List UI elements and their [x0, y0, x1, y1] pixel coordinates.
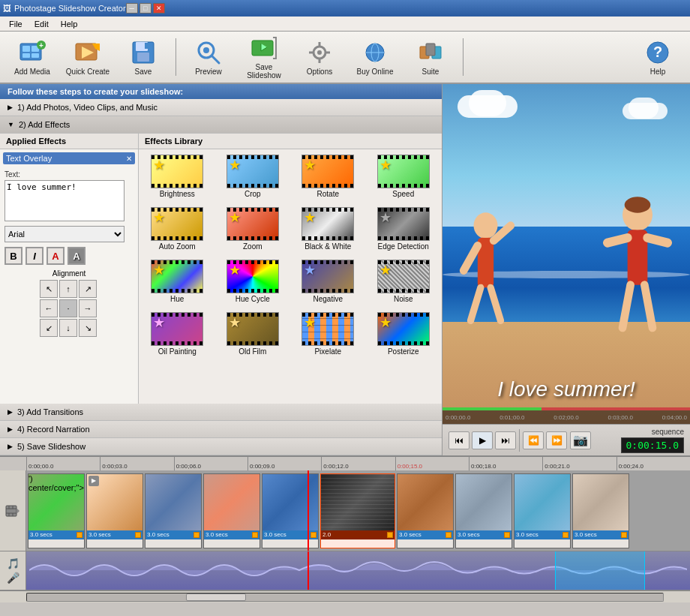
- effect-oilpainting[interactable]: ★ Oil Painting: [142, 310, 213, 358]
- quick-create-button[interactable]: Quick Create: [62, 35, 114, 79]
- scrollbar-thumb[interactable]: [186, 593, 246, 601]
- effect-oilpainting-thumb: ★: [151, 312, 203, 346]
- effect-brightness[interactable]: ★ Brightness: [142, 152, 213, 200]
- effect-edgedetection[interactable]: ★ Edge Detection: [368, 205, 440, 253]
- font-selector[interactable]: Arial: [4, 226, 124, 242]
- table-row[interactable]: 3.0 secs: [455, 473, 512, 548]
- text-overlay-item[interactable]: Text Overlay ✕: [3, 152, 135, 164]
- effect-pixelate[interactable]: ★ Pixelate: [292, 310, 364, 358]
- preview-overlay-text: I love summer!: [442, 377, 690, 401]
- maximize-button[interactable]: □: [140, 3, 152, 14]
- table-row[interactable]: ') center/cover;"> 3.0 secs: [28, 473, 85, 548]
- table-row[interactable]: 3.0 secs: [397, 473, 454, 548]
- table-row[interactable]: 3.0 secs: [262, 473, 319, 548]
- step2-expander[interactable]: ▼ 2) Add Effects: [0, 116, 442, 134]
- play-button[interactable]: ▶: [472, 431, 493, 449]
- effect-autozoom-name: Auto Zoom: [159, 242, 196, 251]
- table-row[interactable]: 3.0 secs: [203, 473, 260, 548]
- effect-posterize[interactable]: ★ Posterize: [368, 310, 440, 358]
- svg-point-44: [625, 197, 651, 212]
- table-row[interactable]: ▶ 3.0 secs: [86, 473, 143, 548]
- effect-blackwhite[interactable]: ★ Black & White: [292, 205, 364, 253]
- save-button[interactable]: Save: [117, 35, 170, 79]
- skip-to-start-button[interactable]: ⏮: [448, 431, 470, 449]
- table-row[interactable]: 3.0 secs: [572, 473, 629, 548]
- frame-back-button[interactable]: ⏪: [523, 431, 544, 449]
- table-row[interactable]: 2.0: [320, 473, 395, 548]
- help-button[interactable]: ? Help: [632, 35, 684, 79]
- title-text: Photostage Slideshow Creator: [14, 4, 126, 13]
- bold-button[interactable]: B: [4, 247, 22, 265]
- table-row[interactable]: 3.0 secs: [145, 473, 202, 548]
- scrollbar-track[interactable]: [26, 593, 664, 602]
- step5-expander[interactable]: ▶ 5) Save Slideshow: [0, 438, 442, 455]
- align-middle-center[interactable]: ·: [59, 299, 77, 317]
- svg-line-42: [644, 285, 652, 328]
- step1-expander[interactable]: ▶ 1) Add Photos, Video Clips, and Music: [0, 99, 442, 116]
- frame-forward-button[interactable]: ⏩: [546, 431, 567, 449]
- step4-label: 4) Record Narration: [17, 425, 90, 434]
- save-slideshow-icon: [250, 35, 278, 62]
- save-slideshow-button[interactable]: Save Slideshow: [238, 35, 290, 79]
- add-media-button[interactable]: + Add Media: [6, 35, 58, 79]
- effect-hue-name: Hue: [170, 295, 184, 303]
- effect-posterize-name: Posterize: [388, 347, 419, 356]
- svg-rect-4: [32, 53, 39, 58]
- timeline-ruler: 0:00;00.0 0:00;03.0 0:00;06.0 0:00;09.0 …: [0, 457, 690, 470]
- align-bottom-right[interactable]: ↘: [79, 319, 97, 337]
- suite-button[interactable]: Suite: [404, 35, 457, 79]
- svg-rect-10: [137, 53, 149, 62]
- preview-icon: [195, 39, 222, 66]
- svg-line-32: [464, 246, 478, 271]
- svg-text:?: ?: [653, 44, 662, 60]
- quick-create-icon: [74, 39, 101, 66]
- effect-huecycle[interactable]: ★ Hue Cycle: [218, 257, 289, 305]
- buy-online-label: Buy Online: [357, 68, 394, 76]
- clip-bottom-bar: 3.0 secs: [87, 530, 142, 539]
- align-bottom-left[interactable]: ↙: [40, 319, 58, 337]
- italic-button[interactable]: I: [26, 247, 44, 265]
- text-color-button[interactable]: A: [46, 247, 64, 265]
- text-shadow-button[interactable]: A: [68, 247, 86, 265]
- effect-hue[interactable]: ★ Hue: [142, 257, 213, 305]
- camera-button[interactable]: 📷: [570, 431, 591, 449]
- video-track-content[interactable]: ') center/cover;"> 3.0 secs ▶ 3.0 secs: [26, 470, 690, 551]
- effect-zoom[interactable]: ★ Zoom: [218, 205, 289, 253]
- align-top-right[interactable]: ↗: [79, 280, 97, 298]
- text-overlay-close[interactable]: ✕: [126, 155, 132, 163]
- table-row[interactable]: 3.0 secs: [514, 473, 571, 548]
- buy-online-button[interactable]: Buy Online: [349, 35, 401, 79]
- effect-oldfilm-name: Old Film: [238, 347, 266, 356]
- ruler-tick-0: 0:00;00.0: [26, 457, 100, 470]
- effect-noise[interactable]: ★ Noise: [368, 257, 440, 305]
- effect-negative[interactable]: ★ Negative: [292, 257, 364, 305]
- step4-expander[interactable]: ▶ 4) Record Narration: [0, 421, 442, 438]
- effect-crop[interactable]: ★ Crop: [218, 152, 289, 200]
- menu-edit[interactable]: Edit: [28, 18, 55, 30]
- effects-grid-container: ★ Brightness ★ Crop: [139, 149, 442, 404]
- effect-huecycle-name: Hue Cycle: [236, 295, 270, 303]
- effect-autozoom[interactable]: ★ Auto Zoom: [142, 205, 213, 253]
- options-button[interactable]: Options: [293, 35, 346, 79]
- menu-help[interactable]: Help: [55, 18, 84, 30]
- effect-posterize-thumb: ★: [377, 312, 430, 346]
- align-middle-right[interactable]: →: [79, 299, 97, 317]
- align-top-center[interactable]: ↑: [59, 280, 77, 298]
- text-textarea[interactable]: I love summer!: [4, 180, 124, 221]
- effect-oldfilm[interactable]: ★ Old Film: [218, 310, 289, 358]
- audio-track-content[interactable]: [26, 551, 690, 590]
- effect-rotate[interactable]: ★ Rotate: [292, 152, 364, 200]
- effect-negative-name: Negative: [314, 295, 343, 303]
- close-button[interactable]: ✕: [153, 3, 165, 14]
- svg-line-40: [647, 238, 668, 243]
- align-bottom-center[interactable]: ↓: [59, 319, 77, 337]
- align-top-left[interactable]: ↖: [40, 280, 58, 298]
- align-middle-left[interactable]: ←: [40, 299, 58, 317]
- minimize-button[interactable]: ─: [126, 3, 138, 14]
- menu-file[interactable]: File: [3, 18, 28, 30]
- effect-speed[interactable]: ★ Speed: [368, 152, 440, 200]
- preview-button[interactable]: Preview: [182, 35, 235, 79]
- skip-to-end-button[interactable]: ⏭: [495, 431, 516, 449]
- step3-expander[interactable]: ▶ 3) Add Transitions: [0, 404, 442, 421]
- svg-line-41: [622, 285, 631, 328]
